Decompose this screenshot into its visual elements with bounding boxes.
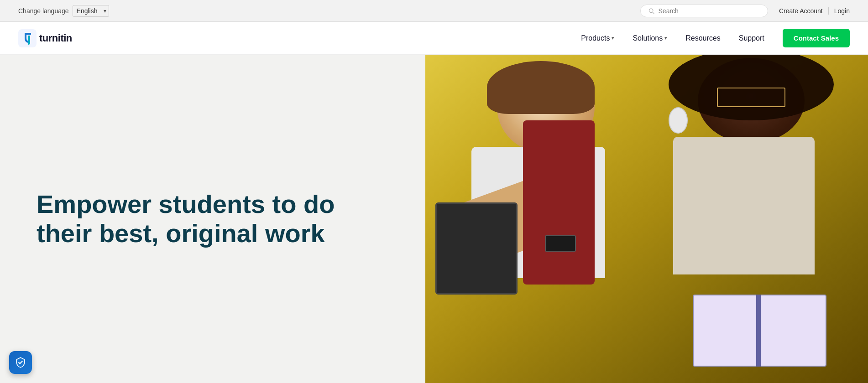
hero-image (425, 55, 868, 383)
nav-resources[interactable]: Resources (678, 31, 727, 46)
svg-line-1 (653, 12, 654, 13)
hero-headline: Empower students to do their best, origi… (37, 190, 335, 248)
logo-link[interactable]: turnitin (18, 29, 72, 47)
logo-icon (18, 29, 37, 47)
search-icon (648, 7, 655, 15)
create-account-button[interactable]: Create Account (779, 7, 829, 15)
nav-solutions[interactable]: Solutions ▾ (625, 31, 675, 46)
language-select[interactable]: English (73, 5, 109, 17)
nav-products[interactable]: Products ▾ (574, 31, 622, 46)
language-select-wrapper[interactable]: English (73, 5, 109, 17)
language-selector: Change language English (18, 5, 109, 17)
logo-text: turnitin (39, 32, 72, 44)
search-box[interactable] (640, 5, 768, 17)
contact-sales-button[interactable]: Contact Sales (783, 29, 850, 47)
shield-badge[interactable] (9, 351, 32, 374)
hero-right (425, 55, 868, 383)
nav-links: Products ▾ Solutions ▾ Resources Support… (574, 29, 850, 47)
svg-point-0 (649, 9, 653, 12)
utility-right: Create Account Login (640, 5, 850, 17)
hero-section: Empower students to do their best, origi… (0, 55, 868, 383)
login-button[interactable]: Login (829, 7, 850, 15)
change-language-label: Change language (18, 7, 69, 15)
hero-left: Empower students to do their best, origi… (0, 55, 425, 383)
solutions-chevron-icon: ▾ (664, 35, 667, 41)
utility-links: Create Account Login (779, 7, 850, 15)
shield-check-icon (15, 357, 26, 368)
nav-support[interactable]: Support (732, 31, 772, 46)
search-input[interactable] (659, 7, 760, 15)
utility-bar: Change language English Create Account L… (0, 0, 868, 22)
products-chevron-icon: ▾ (612, 35, 614, 41)
main-nav: turnitin Products ▾ Solutions ▾ Resource… (0, 22, 868, 55)
svg-rect-2 (18, 29, 37, 47)
